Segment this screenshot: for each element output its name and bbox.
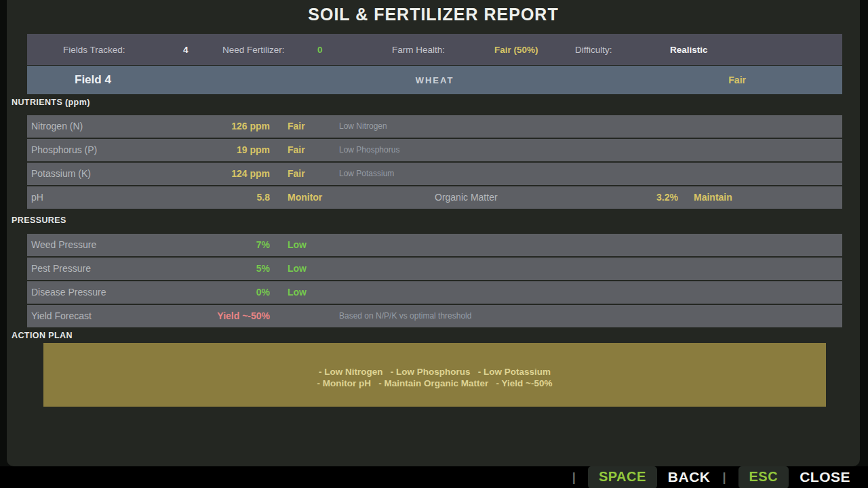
stat-need-fertilizer-value: 0 [317,45,323,55]
nutrient-value: 126 ppm [27,115,270,138]
yield-note: Based on N/P/K vs optimal threshold [339,305,471,327]
farm-stats-bar: Fields Tracked: 4 Need Fertilizer: 0 Far… [27,34,842,65]
page-title: SOIL & FERTILIZER REPORT [7,5,860,24]
pressures-heading: PRESSURES [12,216,66,225]
action-plan-line: - Low Nitrogen - Low Phosphorus - Low Po… [319,366,551,378]
nutrient-status: Monitor [288,186,322,209]
organic-matter-value: 3.2% [656,186,678,209]
nutrient-note: Low Potassium [339,163,394,185]
back-label: BACK [668,469,711,485]
close-label: CLOSE [800,469,850,485]
esc-keycap[interactable]: ESC [738,466,789,488]
stat-difficulty-label: Difficulty: [575,45,612,55]
field-header-row[interactable]: Field 4 WHEAT Fair [27,66,842,94]
nutrients-heading: NUTRIENTS (ppm) [12,98,90,107]
field-crop: WHEAT [27,75,842,85]
pressure-status: Low [288,281,307,304]
organic-matter-label: Organic Matter [435,186,498,209]
back-button[interactable]: SPACE BACK [588,466,711,488]
pressure-value: 7% [27,234,270,256]
nutrient-status: Fair [288,115,305,138]
nutrient-value: 124 ppm [27,163,270,185]
yield-forecast-row: Yield Forecast Yield ~-50% Based on N/P/… [27,305,842,327]
nutrient-value: 19 ppm [27,139,270,161]
nutrient-row-ph: pH 5.8 Monitor Organic Matter 3.2% Maint… [27,186,842,209]
nutrient-row-nitrogen: Nitrogen (N) 126 ppm Fair Low Nitrogen [27,115,842,138]
pressure-row-pest: Pest Pressure 5% Low [27,258,842,280]
close-button[interactable]: ESC CLOSE [738,466,850,488]
nutrient-note: Low Nitrogen [339,115,387,138]
keybind-footer: | SPACE BACK | ESC CLOSE [0,466,868,488]
stat-need-fertilizer-label: Need Fertilizer: [222,45,285,55]
pressure-status: Low [288,258,307,280]
nutrient-row-phosphorus: Phosphorus (P) 19 ppm Fair Low Phosphoru… [27,139,842,161]
pressure-row-weed: Weed Pressure 7% Low [27,234,842,256]
stat-fields-tracked-value: 4 [183,45,189,55]
nutrient-status: Fair [288,163,305,185]
stat-fields-tracked-label: Fields Tracked: [63,45,125,55]
pressure-value: 0% [27,281,270,304]
nutrient-status: Fair [288,139,305,161]
stat-difficulty-value: Realistic [670,45,708,55]
nutrient-note: Low Phosphorus [339,139,399,161]
pressure-value: 5% [27,258,270,280]
space-keycap[interactable]: SPACE [588,466,657,488]
field-status: Fair [728,75,746,85]
stat-farm-health-label: Farm Health: [392,45,445,55]
nutrient-value: 5.8 [27,186,270,209]
separator: | [572,470,576,485]
pressure-status: Low [288,234,307,256]
stat-farm-health-value: Fair (50%) [494,45,538,55]
action-plan-heading: ACTION PLAN [12,331,73,340]
action-plan-line: - Monitor pH - Maintain Organic Matter -… [317,378,553,389]
yield-value: Yield ~-50% [27,305,270,327]
organic-matter-status: Maintain [694,186,732,209]
pressure-row-disease: Disease Pressure 0% Low [27,281,842,304]
separator: | [722,470,726,485]
nutrient-row-potassium: Potassium (K) 124 ppm Fair Low Potassium [27,163,842,185]
action-plan-box: - Low Nitrogen - Low Phosphorus - Low Po… [43,343,826,407]
